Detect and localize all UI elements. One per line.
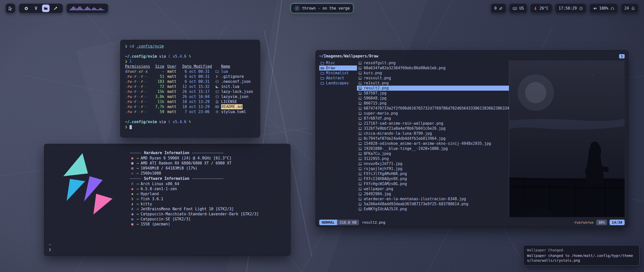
bar-left-modules: V: [6, 4, 108, 13]
file-list-item[interactable]: 596848.jpg: [357, 96, 509, 101]
file-list-item[interactable]: 5a266e448add93deab367d87173e9f25-6837886…: [357, 201, 509, 207]
file-list-item[interactable]: chica-mirando-la-luna-8799.jpg: [357, 131, 509, 136]
file-list-item[interactable]: 0c794faf07de24a4db4d4fb1eb813964.jpg: [357, 136, 509, 141]
mode-badge: NORMAL: [319, 220, 337, 225]
file-permissions: .rw-r--r--: [125, 109, 151, 114]
file-manager-window[interactable]: ~/Imagenes/Wallpapers/Draw 1 Misc Draw M…: [315, 50, 628, 227]
software-icon: ◈: [130, 191, 135, 196]
sidebar-folder-item[interactable]: Landscapes: [319, 81, 357, 86]
file-list-item[interactable]: 8FKa7Cu.jpeg: [357, 151, 509, 156]
terminal-window[interactable]: ❯ cd .config/nvim ~/.config/nvim via ☾ v…: [120, 40, 260, 138]
input-line[interactable]: ❯: [125, 124, 255, 129]
image-file-icon: [358, 197, 362, 201]
file-list-item[interactable]: FXfcHgcWIAMzs0G.png: [357, 181, 509, 186]
clock-module[interactable]: 17:50:29: [555, 4, 586, 13]
image-file-icon: [358, 202, 362, 206]
table-row: .rw-r--r-- 7,7k matt 18 oct 13:29 README…: [125, 104, 255, 109]
file-list-item[interactable]: 3126f7e9bbf21a8a4af0b67b041c6e26.jpg: [357, 126, 509, 131]
file-list-item[interactable]: wallpaper.png: [357, 186, 509, 191]
status-bar: NORMAL 218.8 KB result2.png -rwxrwxrwx 3…: [319, 219, 625, 226]
file-list-item[interactable]: atardecer-en-la-montanas-ilustracion-634…: [357, 196, 509, 201]
file-name: 0c794faf07de24a4db4d4fb1eb813964.jpg: [364, 136, 446, 141]
speaker-icon: [593, 7, 597, 10]
file-list-item[interactable]: 154928-odinokoe_anime-art-anime-okno-sin…: [357, 141, 509, 146]
info-value: Catppuccin-Macchiato-Standard-Lavender-D…: [141, 212, 259, 217]
file-name: 3122955.png: [364, 156, 389, 161]
arrow-icon: →: [136, 201, 139, 207]
info-line: $ → fish 3.6.1: [130, 196, 286, 201]
notification-toast[interactable]: Wallpaper Changed Wallpaper changed to /…: [523, 245, 639, 266]
file-list-item[interactable]: 217167-sad-anime-rain-wallpaper.png: [357, 121, 509, 126]
sidebar-folder-item[interactable]: Abstract: [319, 76, 357, 81]
volume-module[interactable]: 100%: [589, 4, 618, 13]
image-file-icon: [358, 71, 362, 75]
sidebar-folder-item[interactable]: Misc: [319, 60, 357, 65]
via-label: via: [159, 54, 166, 59]
hardware-icon: ▤: [130, 166, 135, 171]
hardware-icon: ▭: [130, 171, 135, 176]
file-list-item[interactable]: 87r687df.png: [357, 116, 509, 121]
image-file-icon: [358, 91, 362, 95]
file-list-item[interactable]: kurz.png: [357, 71, 509, 76]
sidebar-folder-item[interactable]: Minimalist: [319, 71, 357, 76]
file-list-item[interactable]: super-mario.png: [357, 111, 509, 116]
file-list-item[interactable]: resssult.png: [357, 76, 509, 81]
folder-icon: [320, 61, 324, 65]
file-permissions: drwxr-xr-x: [125, 69, 151, 74]
header-user: User: [167, 64, 180, 69]
cursor-position-badge: 14/38: [610, 220, 625, 225]
temperature-module[interactable]: 26°C: [530, 4, 552, 13]
notifications-module[interactable]: 24: [621, 4, 638, 13]
lua-moon-icon: ☾: [168, 54, 171, 59]
keyboard-layout-module[interactable]: US: [509, 4, 527, 13]
file-list-item[interactable]: 3122955.png: [357, 156, 509, 161]
file-list-item[interactable]: ressdfgult.png: [357, 60, 509, 65]
file-list-item[interactable]: FXfcJlTXgAMvH6R.png: [357, 171, 509, 176]
file-list-item[interactable]: nnvuv0xj2df71.jpg: [357, 161, 509, 166]
sidebar-folder-item[interactable]: Draw: [319, 65, 357, 71]
file-list-item[interactable]: 587597.jpg: [357, 91, 509, 96]
software-section-title: Software Information: [130, 176, 223, 181]
file-permissions: .rw-r--r--: [125, 79, 151, 84]
file-size: -: [153, 69, 164, 74]
fetch-prompt[interactable]: ~ ❯: [49, 242, 51, 252]
image-file-icon: [358, 101, 362, 105]
file-list-item[interactable]: 08a634fa02a32364f69ebc86a98eb1eb.png: [357, 65, 509, 71]
media-player-pill[interactable]: ♪ thrown - on the verge: [291, 4, 353, 13]
info-value: 644x272: [141, 171, 161, 176]
image-file-icon: [358, 162, 362, 166]
prompt-line: ~/.config/nvim via ☾ v5.4.6 ϟ: [125, 54, 255, 59]
file-list-item[interactable]: EeNKYgIUcAAJ5JX.png: [357, 207, 509, 212]
file-permissions: .rw-r--r--: [125, 104, 151, 109]
fetch-window[interactable]: Hardware Information ▣ → AMD Ryzen 9 590…: [44, 144, 291, 256]
hardware-section-title: Hardware Information: [130, 150, 223, 156]
table-row: .rw-r--r-- 11k matt 18 oct 13:29 LICENSE: [125, 99, 255, 104]
file-list-item[interactable]: 866715.png: [357, 101, 509, 106]
launcher-button[interactable]: [6, 4, 15, 13]
file-list-item[interactable]: rsjqojlmjhf91.jpg: [357, 166, 509, 171]
thermometer-icon: [534, 6, 537, 10]
current-directory: ~/.config/nvim: [125, 120, 157, 124]
file-list-item[interactable]: FXfcII0X0AQyn9X.png: [357, 176, 509, 181]
browser-button[interactable]: [22, 5, 30, 12]
file-list-item[interactable]: 19201080-__blue-tinge__-1920×1080.jpg: [357, 146, 509, 151]
file-manager-button[interactable]: [42, 5, 50, 12]
flash-icon: ϟ: [189, 120, 191, 124]
file-list-item[interactable]: 20492984.jpg: [357, 191, 509, 196]
theme-button[interactable]: [52, 5, 59, 12]
palette-dot: [189, 230, 192, 233]
file-list-item[interactable]: result2.png: [357, 86, 509, 91]
command-text: l: [130, 59, 132, 64]
info-line: ■ → 1558 (pacman): [130, 222, 286, 227]
bar-right-modules: 0 US 26°C 17:50:29 10: [491, 4, 638, 13]
tab-count-badge[interactable]: 1: [619, 54, 625, 58]
leaf-icon: [499, 7, 503, 10]
image-file-icon: [358, 66, 362, 70]
vivaldi-button[interactable]: V: [32, 5, 40, 12]
folder-sidebar: Misc Draw Minimalist Abstract Landscapes: [319, 60, 357, 217]
file-list-item[interactable]: re1sult.png: [357, 81, 509, 86]
updates-module[interactable]: 0: [491, 4, 506, 13]
file-list: ressdfgult.png 08a634fa02a32364f69ebc86a…: [357, 60, 509, 217]
file-list-item[interactable]: 68747470733a2f2f696d616765732d7769786d70…: [357, 106, 509, 111]
file-type-icon: [215, 110, 220, 114]
